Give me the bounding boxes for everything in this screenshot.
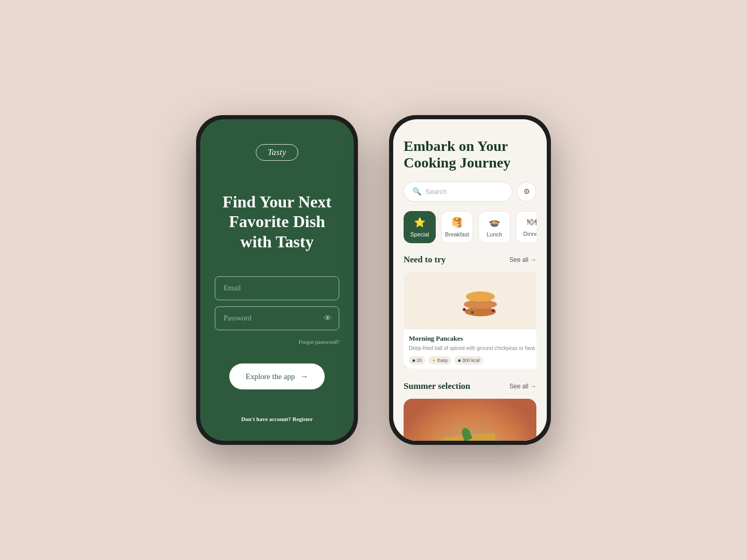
breakfast-icon: 🥞: [451, 217, 463, 228]
explore-btn-label: Explore the app: [246, 372, 295, 381]
dinner-label: Dinner: [523, 231, 536, 237]
search-icon: 🔍: [412, 187, 421, 196]
filter-button[interactable]: ⚙: [517, 182, 536, 202]
kcal-dot: [458, 359, 461, 362]
pancakes-name: Morning Pancakes: [409, 334, 536, 343]
app-content: Embark on Your Cooking Journey 🔍 Search …: [393, 119, 547, 441]
pancakes-img-wrapper: 🔖: [404, 272, 536, 329]
password-wrapper: 👁: [215, 306, 339, 330]
summer-title: Summer selection: [404, 381, 471, 391]
lunch-label: Lunch: [487, 231, 502, 237]
category-special[interactable]: ⭐ Special: [404, 211, 436, 243]
recipe-cards-row: 🔖: [404, 272, 536, 369]
see-all-need-to-try[interactable]: See all →: [509, 256, 536, 263]
dinner-icon: 🍽: [527, 217, 536, 228]
logo-badge: Tasty: [256, 144, 298, 161]
category-breakfast[interactable]: 🥞 Breakfast: [441, 211, 473, 243]
arrow-icon: →: [300, 372, 308, 381]
lunch-icon: 🍲: [489, 217, 500, 228]
categories-row: ⭐ Special 🥞 Breakfast 🍲 Lunch 🍽 Dinner: [404, 211, 536, 243]
summer-header: Summer selection See all →: [404, 381, 536, 391]
filter-icon: ⚙: [523, 187, 530, 196]
pancakes-desc: Deep-fried ball of spiced with ground ch…: [409, 345, 536, 352]
category-lunch[interactable]: 🍲 Lunch: [478, 211, 510, 243]
login-headline: Find Your Next Favorite Dish with Tasty: [215, 192, 339, 251]
search-bar[interactable]: 🔍 Search: [404, 181, 513, 202]
register-link: Don't have account? Register: [241, 416, 313, 422]
app-title: Embark on Your Cooking Journey: [404, 138, 536, 171]
search-row: 🔍 Search ⚙: [404, 181, 536, 202]
pancakes-difficulty: ★Easy: [428, 356, 451, 365]
need-to-try-title: Need to try: [404, 255, 446, 265]
logo-text: Tasty: [268, 148, 286, 157]
star-icon: ★: [432, 358, 436, 363]
login-screen: Tasty Find Your Next Favorite Dish with …: [200, 119, 354, 441]
special-label: Special: [410, 231, 429, 237]
pancakes-time: 1h: [409, 356, 425, 365]
eye-icon[interactable]: 👁: [324, 314, 332, 323]
pancakes-kcal: 300 kcal: [454, 356, 483, 365]
explore-app-button[interactable]: Explore the app →: [229, 363, 325, 389]
pancakes-meta: 1h ★Easy 300 kcal: [409, 356, 536, 365]
login-form: 👁 Forgot password? Explore the app →: [215, 276, 339, 389]
need-to-try-header: Need to try See all →: [404, 255, 536, 265]
register-action[interactable]: Register: [293, 416, 313, 422]
email-field[interactable]: [215, 276, 339, 300]
pancakes-info: Morning Pancakes Deep-fried ball of spic…: [404, 329, 536, 369]
recipe-card-pancakes[interactable]: 🔖: [404, 272, 536, 369]
category-dinner[interactable]: 🍽 Dinner: [516, 211, 536, 243]
app-phone: Embark on Your Cooking Journey 🔍 Search …: [389, 115, 551, 445]
breakfast-label: Breakfast: [445, 231, 469, 237]
register-prompt: Don't have account?: [241, 416, 291, 422]
forgot-password-link[interactable]: Forgot password?: [215, 339, 339, 345]
see-all-summer[interactable]: See all →: [509, 383, 536, 390]
summer-card[interactable]: [404, 399, 536, 441]
search-placeholder: Search: [425, 188, 447, 195]
time-dot: [412, 359, 415, 362]
login-phone: Tasty Find Your Next Favorite Dish with …: [196, 115, 358, 445]
special-icon: ⭐: [414, 217, 425, 228]
app-screen: Embark on Your Cooking Journey 🔍 Search …: [393, 119, 547, 441]
password-field[interactable]: [215, 306, 339, 330]
